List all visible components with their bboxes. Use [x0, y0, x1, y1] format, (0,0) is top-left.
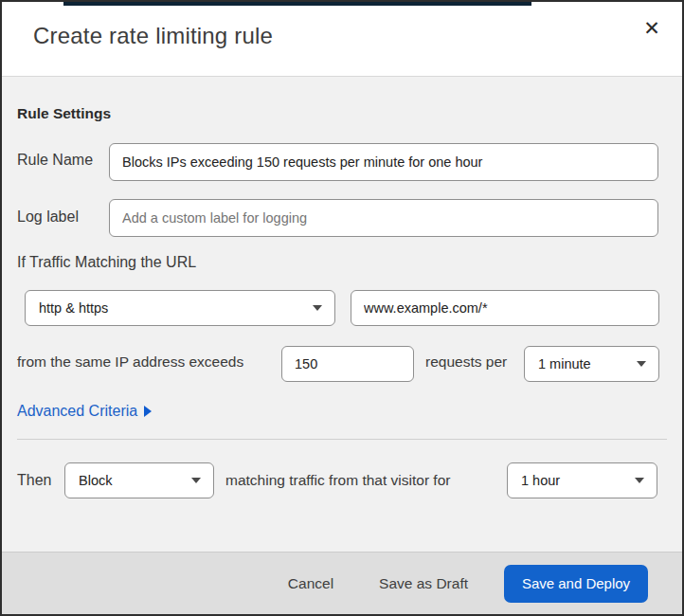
log-label-label: Log label [17, 208, 79, 226]
scheme-select-value: http & https [39, 300, 108, 316]
close-icon[interactable]: ✕ [635, 11, 669, 45]
log-label-input[interactable] [109, 199, 658, 237]
dialog-title: Create rate limiting rule [33, 23, 273, 49]
advanced-criteria-label: Advanced Criteria [17, 403, 137, 420]
traffic-match-heading: If Traffic Matching the URL [17, 254, 196, 271]
rate-limit-dialog: Create rate limiting rule ✕ Rule Setting… [0, 0, 684, 616]
threshold-input[interactable] [281, 346, 414, 382]
save-as-draft-button[interactable]: Save as Draft [369, 568, 477, 600]
caret-down-icon [313, 305, 322, 311]
advanced-criteria-link[interactable]: Advanced Criteria [17, 403, 152, 420]
url-pattern-input[interactable] [351, 290, 659, 326]
dialog-footer: Cancel Save as Draft Save and Deploy [2, 552, 682, 614]
rule-name-input[interactable] [109, 143, 658, 181]
divider [17, 439, 667, 440]
arrow-right-icon [144, 406, 152, 417]
page-top-strip [63, 2, 531, 6]
duration-select[interactable]: 1 hour [507, 462, 657, 498]
scheme-select[interactable]: http & https [25, 290, 335, 326]
threshold-prefix-text: from the same IP address exceeds [17, 353, 243, 371]
then-label: Then [17, 472, 51, 489]
dialog-header: Create rate limiting rule ✕ [2, 2, 682, 76]
cancel-button[interactable]: Cancel [279, 568, 343, 600]
duration-select-value: 1 hour [521, 473, 560, 488]
action-select[interactable]: Block [64, 462, 214, 498]
period-select[interactable]: 1 minute [524, 346, 659, 382]
section-heading: Rule Settings [17, 105, 111, 122]
dialog-body: Rule Settings Rule Name Log label If Tra… [2, 76, 682, 552]
action-select-value: Block [79, 473, 112, 488]
caret-down-icon [191, 478, 201, 483]
then-middle-text: matching traffic from that visitor for [225, 472, 450, 489]
rule-name-label: Rule Name [17, 152, 93, 169]
period-select-value: 1 minute [538, 356, 591, 371]
save-and-deploy-button[interactable]: Save and Deploy [504, 565, 648, 603]
caret-down-icon [637, 361, 646, 367]
threshold-suffix-text: requests per [425, 353, 507, 371]
caret-down-icon [635, 478, 644, 483]
